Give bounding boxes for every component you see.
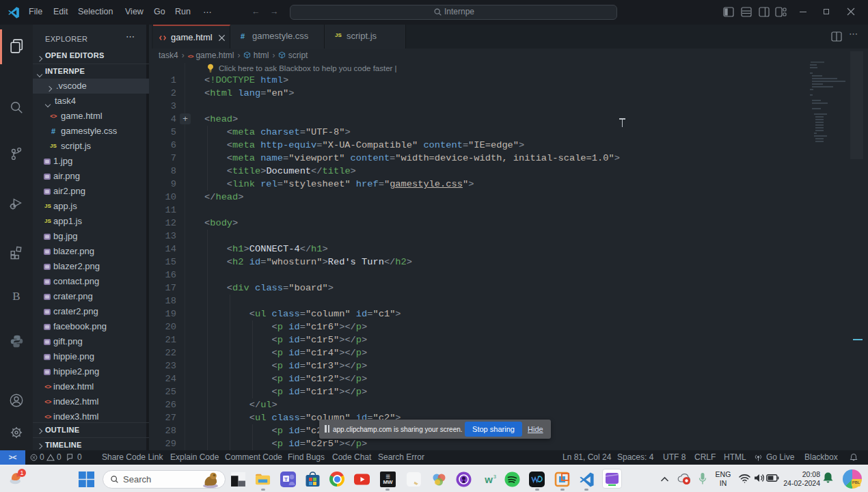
- svg-text:T: T: [284, 476, 288, 482]
- svg-text:☰: ☰: [385, 474, 390, 479]
- svg-text:w: w: [484, 474, 493, 485]
- svg-text:3: 3: [493, 474, 496, 479]
- svg-text:MW: MW: [383, 479, 393, 485]
